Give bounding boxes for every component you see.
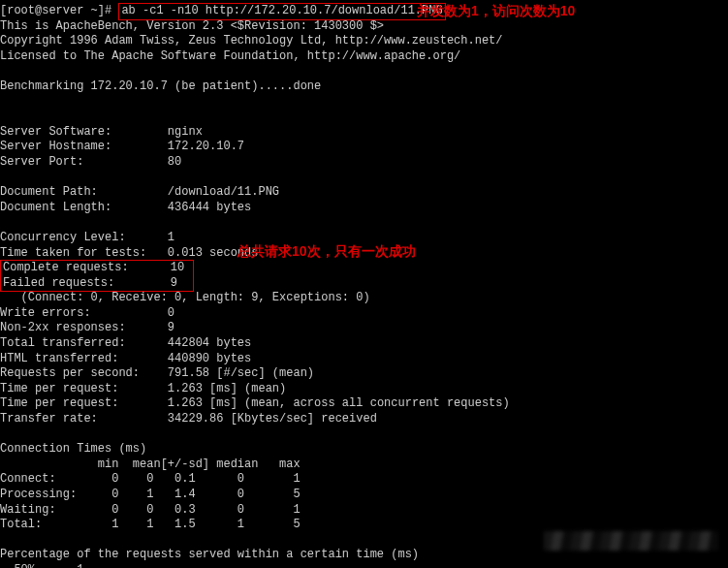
- complete-failed-box: Complete requests: 10 Failed requests: 9: [0, 261, 728, 291]
- write-errors: Write errors: 0: [0, 306, 728, 322]
- ab-license: Licensed to The Apache Software Foundati…: [0, 49, 728, 65]
- server-port: Server Port: 80: [0, 155, 728, 171]
- transfer-rate: Transfer rate: 34229.86 [Kbytes/sec] rec…: [0, 412, 728, 427]
- non-2xx: Non-2xx responses: 9: [0, 321, 728, 336]
- server-software: Server Software: nginx: [0, 125, 728, 141]
- conn-times-title: Connection Times (ms): [0, 442, 728, 458]
- server-hostname: Server Hostname: 172.20.10.7: [0, 140, 728, 155]
- annotation-top: 并发数为1，访问次数为10: [417, 2, 575, 19]
- smudge-overlay: [544, 531, 718, 551]
- ab-command-box: ab -c1 -n10 http://172.20.10.7/download/…: [118, 3, 445, 20]
- conn-processing: Processing: 0 1 1.4 0 5: [0, 488, 728, 503]
- benchmark-status: Benchmarking 172.20.10.7 (be patient)...…: [0, 79, 728, 95]
- ab-header: This is ApacheBench, Version 2.3 <$Revis…: [0, 19, 728, 35]
- conn-times-header: min mean[+/-sd] median max: [0, 458, 728, 473]
- time-per-req-2: Time per request: 1.263 [ms] (mean, acro…: [0, 396, 728, 412]
- doc-path: Document Path: /download/11.PNG: [0, 185, 728, 201]
- ab-copyright: Copyright 1996 Adam Twiss, Zeus Technolo…: [0, 34, 728, 49]
- failed-detail: (Connect: 0, Receive: 0, Length: 9, Exce…: [0, 291, 728, 306]
- shell-prompt: [root@server ~]#: [0, 4, 111, 17]
- requests-per-sec: Requests per second: 791.58 [#/sec] (mea…: [0, 366, 728, 382]
- conn-waiting: Waiting: 0 0 0.3 0 1: [0, 503, 728, 519]
- annotation-mid: 总共请求10次，只有一次成功: [237, 242, 416, 260]
- total-transferred: Total transferred: 442804 bytes: [0, 336, 728, 352]
- terminal-line: [root@server ~]# ab -c1 -n10 http://172.…: [0, 4, 728, 19]
- conn-connect: Connect: 0 0 0.1 0 1: [0, 472, 728, 488]
- time-per-req-1: Time per request: 1.263 [ms] (mean): [0, 382, 728, 397]
- doc-length: Document Length: 436444 bytes: [0, 201, 728, 216]
- pct-50: 50% 1: [0, 563, 728, 568]
- html-transferred: HTML transferred: 440890 bytes: [0, 352, 728, 367]
